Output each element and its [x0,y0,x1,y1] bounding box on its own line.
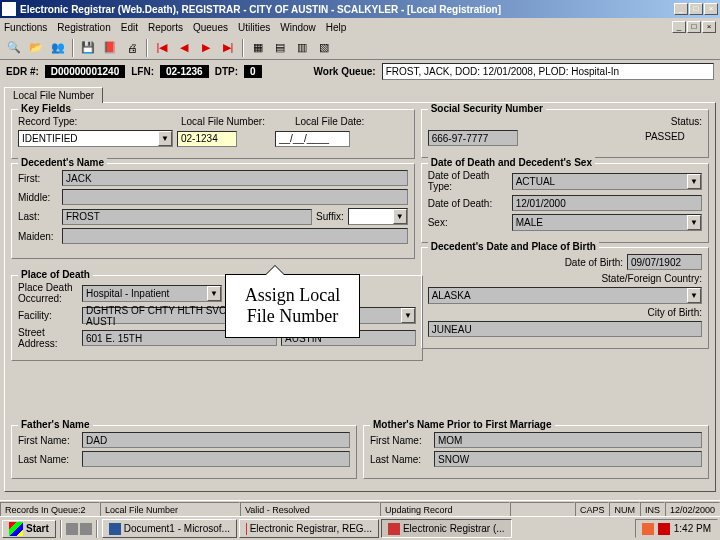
suffix-select: ▼ [348,208,408,225]
system-tray: 1:42 PM [635,519,718,538]
tool-last-icon[interactable]: ▶| [218,38,238,58]
app-icon [2,2,16,16]
tool-grid2-icon[interactable]: ▤ [270,38,290,58]
task-registrar1[interactable]: Electronic Registrar, REG... [239,519,379,538]
menu-registration[interactable]: Registration [57,22,110,33]
mdi-close-button[interactable]: × [702,21,716,33]
first-label: First: [18,173,58,184]
tool-people-icon[interactable]: 👥 [48,38,68,58]
minimize-button[interactable]: _ [674,3,688,15]
ssn-status-label: Status: [671,116,702,127]
word-icon [109,523,121,535]
tray-icon[interactable] [658,523,670,535]
task-registrar2[interactable]: Electronic Registrar (... [381,519,512,538]
local-file-number-input[interactable] [177,131,237,147]
maiden-label: Maiden: [18,231,58,242]
menu-edit[interactable]: Edit [121,22,138,33]
mother-last-label: Last Name: [370,454,430,465]
tool-save-icon[interactable]: 💾 [78,38,98,58]
father-legend: Father's Name [18,419,93,430]
chevron-down-icon: ▼ [401,308,415,323]
tool-grid4-icon[interactable]: ▧ [314,38,334,58]
dod-date-label: Date of Death: [428,198,508,209]
middle-input [62,189,408,205]
birth-state-label: State/Foreign Country: [601,273,702,284]
window-title: Electronic Registrar (Web.Death), REGIST… [20,4,674,15]
status-date: 12/02/2000 [665,502,720,517]
mother-group: Mother's Name Prior to First Marriage Fi… [363,425,709,479]
ssn-group: Social Security Number Status: PASSED [421,109,709,158]
record-type-label: Record Type: [18,116,88,127]
mdi-minimize-button[interactable]: _ [672,21,686,33]
tool-first-icon[interactable]: |◀ [152,38,172,58]
lfn-value: 02-1236 [160,65,209,78]
dtp-value: 0 [244,65,262,78]
pod-facility-label: Facility: [18,310,78,321]
chevron-down-icon: ▼ [687,174,701,189]
mother-last-input [434,451,702,467]
edr-value: D00000001240 [45,65,125,78]
father-last-label: Last Name: [18,454,78,465]
suffix-label: Suffix: [316,211,344,222]
menu-window[interactable]: Window [280,22,316,33]
ssn-legend: Social Security Number [428,103,546,114]
quicklaunch-icon[interactable] [80,523,92,535]
chevron-down-icon: ▼ [207,286,221,301]
menu-functions[interactable]: Functions [4,22,47,33]
quicklaunch-icon[interactable] [66,523,78,535]
tool-grid3-icon[interactable]: ▥ [292,38,312,58]
dob-label: Date of Birth: [565,257,623,268]
tool-binoculars-icon[interactable]: 🔍 [4,38,24,58]
tool-book-icon[interactable]: 📕 [100,38,120,58]
tray-icon[interactable] [642,523,654,535]
chevron-down-icon: ▼ [687,215,701,230]
mother-first-input [434,432,702,448]
tool-print-icon[interactable]: 🖨 [122,38,142,58]
workqueue-label: Work Queue: [314,66,376,77]
chevron-down-icon: ▼ [687,288,701,303]
key-fields-legend: Key Fields [18,103,74,114]
father-group: Father's Name First Name: Last Name: [11,425,357,479]
tool-prev-icon[interactable]: ◀ [174,38,194,58]
close-button[interactable]: × [704,3,718,15]
id-bar: EDR #: D00000001240 LFN: 02-1236 DTP: 0 … [0,60,720,82]
dob-legend: Decedent's Date and Place of Birth [428,241,599,252]
start-button[interactable]: Start [2,520,56,538]
edr-label: EDR #: [6,66,39,77]
place-of-death-group: Place of Death Place Death Occurred: Hos… [11,275,423,361]
status-records: Records In Queue:2 [0,502,100,517]
menu-queues[interactable]: Queues [193,22,228,33]
chevron-down-icon[interactable]: ▼ [158,131,172,146]
local-file-date-input[interactable] [275,131,350,147]
menu-utilities[interactable]: Utilities [238,22,270,33]
dod-group: Date of Death and Decedent's Sex Date of… [421,163,709,243]
birth-city-input [428,321,702,337]
menu-help[interactable]: Help [326,22,347,33]
workqueue-input[interactable] [382,63,714,80]
father-first-input [82,432,350,448]
task-word[interactable]: Document1 - Microsof... [102,519,237,538]
tool-grid1-icon[interactable]: ▦ [248,38,268,58]
app-icon [388,523,400,535]
maximize-button[interactable]: □ [689,3,703,15]
status-screen: Local File Number [100,502,240,517]
record-type-select[interactable]: IDENTIFIED ▼ [18,130,173,147]
lfn-label: LFN: [131,66,154,77]
lfd-label: Local File Date: [295,116,364,127]
dod-legend: Date of Death and Decedent's Sex [428,157,595,168]
pod-street-label: Street Address: [18,327,78,349]
tool-next-icon[interactable]: ▶ [196,38,216,58]
pod-place-label: Place Death Occurred: [18,282,78,304]
tool-open-icon[interactable]: 📂 [26,38,46,58]
ssn-status-value: PASSED [642,130,702,146]
title-bar: Electronic Registrar (Web.Death), REGIST… [0,0,720,18]
dob-input [627,254,702,270]
menu-bar: Functions Registration Edit Reports Queu… [0,18,720,36]
last-input [62,209,312,225]
status-num: NUM [609,502,640,517]
content-area: Local File Number Key Fields Record Type… [0,82,720,500]
menu-reports[interactable]: Reports [148,22,183,33]
mdi-maximize-button[interactable]: □ [687,21,701,33]
toolbar: 🔍 📂 👥 💾 📕 🖨 |◀ ◀ ▶ ▶| ▦ ▤ ▥ ▧ [0,36,720,60]
tab-local-file-number[interactable]: Local File Number [4,87,103,103]
